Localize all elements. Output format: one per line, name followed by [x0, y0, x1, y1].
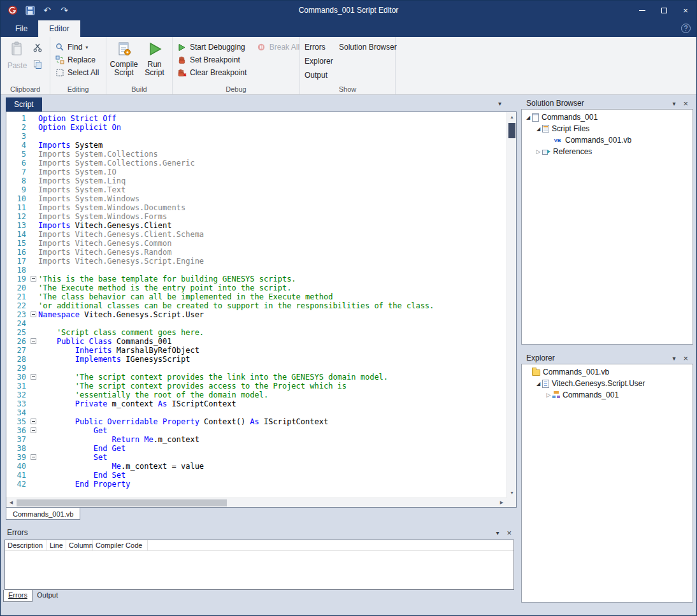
ribbon-group-show: Errors Solution Browser Explorer Output … — [300, 37, 396, 94]
collapsed-arrow-icon[interactable]: ▷ — [535, 148, 542, 155]
expanded-arrow-icon[interactable]: ◢ — [535, 381, 542, 387]
explorer-close-icon[interactable]: × — [683, 354, 688, 363]
clear-breakpoint-button[interactable]: Clear Breakpoint — [175, 68, 297, 78]
close-button[interactable]: × — [675, 1, 696, 20]
select-all-button[interactable]: Select All — [53, 68, 103, 78]
group-label-editing: Editing — [50, 85, 106, 93]
tab-script[interactable]: Script — [6, 97, 42, 111]
group-label-clipboard: Clipboard — [1, 85, 50, 93]
tree-item-references[interactable]: ▷References — [522, 146, 693, 157]
group-label-build: Build — [106, 85, 172, 93]
code-line: 10Imports System.Windows — [6, 194, 507, 203]
script-panel-menu-icon[interactable]: ▾ — [498, 100, 501, 107]
collapse-fold-icon[interactable] — [31, 312, 36, 317]
errors-panel-menu-icon[interactable]: ▾ — [496, 529, 499, 536]
set-breakpoint-button[interactable]: Set Breakpoint — [175, 55, 297, 65]
paste-button[interactable]: Paste — [3, 39, 31, 71]
explorer-title: Explorer — [521, 354, 555, 362]
show-output-toggle[interactable]: Output — [303, 70, 333, 80]
find-dropdown-icon[interactable]: ▾ — [85, 45, 88, 50]
fold-column — [29, 435, 38, 444]
horizontal-scrollbar[interactable]: ◀ ▶ — [6, 498, 507, 507]
column-header-description[interactable]: Description — [5, 540, 47, 550]
select-all-icon — [55, 68, 64, 77]
ribbon-tab-file[interactable]: File — [4, 20, 38, 37]
find-button[interactable]: Find ▾ — [53, 42, 103, 52]
maximize-button[interactable] — [653, 1, 675, 20]
solution-browser-close-icon[interactable]: × — [683, 99, 688, 108]
code-line: 28 Implements IGenesysScript — [6, 355, 507, 364]
collapse-fold-icon[interactable] — [31, 419, 36, 424]
fold-column — [29, 221, 38, 230]
minimize-button[interactable] — [631, 1, 653, 20]
undo-icon[interactable]: ↶ — [41, 4, 53, 16]
code-line: 17Imports Vitech.Genesys.Script.Engine — [6, 257, 507, 266]
tree-item-commands-001[interactable]: ▷Commands_001 — [522, 389, 693, 401]
compile-script-icon — [117, 41, 132, 59]
explorer-menu-icon[interactable]: ▾ — [672, 355, 675, 362]
file-tab-commands-001-vb[interactable]: Commands_001.vb — [6, 508, 80, 520]
fold-column — [29, 301, 38, 310]
code-editor[interactable]: 1Option Strict Off2Option Explicit On34I… — [6, 111, 517, 508]
column-header-line[interactable]: Line — [47, 540, 66, 550]
tree-item-vitech-genesys-script-user[interactable]: ◢Vitech.Genesys.Script.User — [522, 378, 693, 389]
scroll-right-icon[interactable]: ▶ — [497, 498, 507, 508]
bottom-tab-output[interactable]: Output — [32, 590, 62, 602]
collapse-fold-icon[interactable] — [31, 427, 36, 433]
start-debugging-icon — [177, 43, 187, 52]
bottom-tab-errors[interactable]: Errors — [3, 590, 32, 602]
line-number: 17 — [6, 257, 29, 266]
save-icon[interactable] — [24, 4, 36, 16]
fold-column — [29, 275, 38, 283]
replace-button[interactable]: Replace — [53, 55, 103, 65]
solution-browser-title: Solution Browser — [521, 99, 584, 108]
help-icon[interactable]: ? — [681, 24, 691, 33]
tree-item-script-files[interactable]: ◢Script Files — [522, 123, 693, 134]
line-number: 3 — [6, 132, 29, 141]
collapse-fold-icon[interactable] — [31, 374, 36, 380]
show-solution-browser-toggle[interactable]: Solution Browser — [337, 42, 399, 52]
collapse-fold-icon[interactable] — [31, 338, 36, 344]
scroll-down-icon[interactable]: ▼ — [507, 488, 517, 498]
line-number: 38 — [6, 444, 29, 453]
select-all-label: Select All — [68, 68, 99, 77]
collapse-fold-icon[interactable] — [31, 454, 36, 460]
code-text: Imports System.Windows.Forms — [38, 212, 167, 221]
code-text: Option Strict Off — [38, 114, 117, 123]
column-header-column[interactable]: Column — [66, 540, 93, 550]
horizontal-scroll-thumb[interactable] — [17, 499, 227, 506]
show-explorer-toggle[interactable]: Explorer — [303, 56, 333, 66]
app-icon[interactable] — [7, 4, 18, 16]
paste-icon — [10, 41, 24, 59]
copy-button[interactable] — [31, 61, 44, 71]
line-number: 19 — [6, 275, 29, 283]
code-text: 'This is the base template for building … — [38, 275, 296, 283]
collapse-fold-icon[interactable] — [31, 276, 36, 282]
column-header-compiler-code[interactable]: Compiler Code — [93, 540, 148, 550]
run-script-button[interactable]: RunScript — [141, 39, 169, 77]
expanded-arrow-icon[interactable]: ◢ — [535, 126, 542, 132]
scroll-up-icon[interactable]: ▲ — [507, 112, 517, 122]
expanded-arrow-icon[interactable]: ◢ — [524, 115, 532, 120]
collapsed-arrow-icon[interactable]: ▷ — [545, 392, 552, 398]
scroll-left-icon[interactable]: ◀ — [6, 498, 16, 508]
show-errors-toggle[interactable]: Errors — [303, 42, 333, 52]
errors-panel-close-icon[interactable]: × — [507, 528, 512, 538]
vertical-scrollbar[interactable]: ▲ ▼ — [507, 112, 516, 498]
break-all-button[interactable]: Break All — [255, 42, 301, 52]
errors-list[interactable] — [5, 551, 514, 589]
tree-item-commands-001[interactable]: ◢Commands_001 — [522, 111, 693, 123]
tree-item-commands-001-vb[interactable]: Commands_001.vb — [522, 366, 693, 378]
redo-icon[interactable]: ↷ — [59, 4, 70, 16]
fold-column — [29, 194, 38, 203]
compile-script-button[interactable]: CompileScript — [110, 39, 138, 77]
vertical-scroll-thumb[interactable] — [508, 123, 515, 138]
tree-item-commands-001-vb[interactable]: VBCommands_001.vb — [522, 134, 693, 146]
fold-column — [29, 159, 38, 168]
code-line: 33 Private m_context As IScriptContext — [6, 399, 507, 408]
code-line: 4Imports System — [6, 141, 507, 150]
ribbon-tab-editor[interactable]: Editor — [38, 20, 80, 37]
solution-browser-menu-icon[interactable]: ▾ — [672, 100, 675, 107]
start-debugging-button[interactable]: Start Debugging — [175, 42, 247, 52]
cut-button[interactable] — [31, 44, 44, 54]
